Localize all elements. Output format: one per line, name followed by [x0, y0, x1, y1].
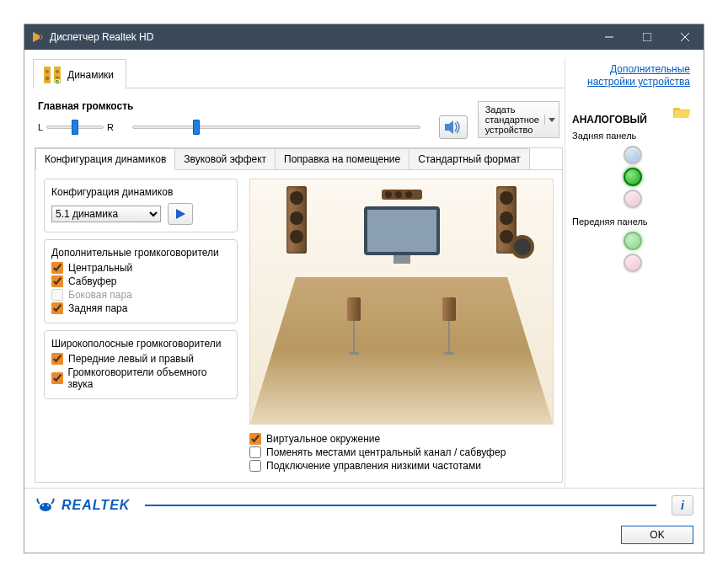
ok-button[interactable]: OK	[621, 526, 693, 544]
svg-marker-12	[445, 120, 453, 134]
settings-tab-2[interactable]: Поправка на помещение	[275, 148, 410, 169]
tab-speakers-label: Динамики	[67, 69, 114, 81]
room-option-checkbox-1[interactable]	[249, 446, 261, 458]
additional-label-1: Сабвуфер	[68, 275, 117, 287]
tab-speakers[interactable]: Динамики	[33, 59, 126, 88]
settings-tabs: Конфигурация динамиковЗвуковой эффектПоп…	[35, 148, 562, 169]
rear-right-speaker-icon	[442, 297, 456, 321]
balance-slider[interactable]: L R	[38, 122, 114, 132]
fullrange-speakers-label: Широкополосные громкоговорители	[51, 338, 230, 350]
monitor-icon	[364, 206, 440, 264]
minimize-button[interactable]	[590, 24, 628, 50]
settings-tab-1[interactable]: Звуковой эффект	[174, 148, 276, 169]
fullrange-speakers-box: Широкополосные громкоговорители Передние…	[44, 330, 238, 399]
fullrange-checkbox-1[interactable]	[51, 372, 63, 384]
volume-slider[interactable]	[127, 126, 426, 129]
fullrange-row-0[interactable]: Передние левый и правый	[51, 353, 230, 365]
svg-point-8	[56, 70, 59, 73]
additional-checkbox-1[interactable]	[51, 275, 63, 287]
room-option-checkbox-0[interactable]	[249, 433, 261, 445]
chevron-down-icon	[544, 115, 555, 125]
jack-rear-green[interactable]	[624, 168, 642, 186]
speaker-config-box: Конфигурация динамиков 5.1 динамика	[44, 179, 238, 232]
device-tabs: Динамики	[33, 58, 565, 88]
window-title: Диспетчер Realtek HD	[50, 31, 153, 43]
fullrange-label-1: Громкоговорители объемного звука	[68, 366, 230, 390]
additional-row-1[interactable]: Сабвуфер	[51, 275, 230, 287]
jack-rear-pink[interactable]	[624, 190, 642, 208]
room-option-row-2[interactable]: Подключение управления низкими частотами	[249, 460, 554, 472]
balance-left-letter: L	[38, 122, 43, 132]
master-volume-label: Главная громкость	[38, 100, 468, 112]
jack-front-pink[interactable]	[624, 254, 642, 272]
front-panel-label: Передняя панель	[572, 216, 693, 227]
speaker-config-label: Конфигурация динамиков	[51, 186, 230, 198]
speaker-room-visualization[interactable]	[249, 179, 554, 425]
fullrange-checkbox-0[interactable]	[51, 353, 63, 365]
app-window: Диспетчер Realtek HD Динамики Главная гр…	[24, 24, 704, 553]
crab-icon	[35, 497, 56, 514]
settings-tab-0[interactable]: Конфигурация динамиков	[35, 148, 175, 170]
maximize-button[interactable]	[628, 24, 666, 50]
svg-marker-14	[176, 209, 185, 219]
subwoofer-icon	[511, 235, 534, 259]
speaker-config-dropdown[interactable]: 5.1 динамика	[51, 206, 161, 222]
room-options: Виртуальное окружениеПоменять местами це…	[249, 425, 554, 473]
room-option-checkbox-2[interactable]	[249, 460, 261, 472]
mute-button[interactable]	[439, 115, 468, 139]
footer: REALTEK i	[24, 488, 704, 522]
additional-label-3: Задняя пара	[68, 302, 127, 314]
additional-checkbox-0[interactable]	[51, 262, 63, 274]
additional-row-3[interactable]: Задняя пара	[51, 302, 230, 314]
info-button[interactable]: i	[672, 495, 693, 516]
play-icon	[174, 208, 186, 220]
master-volume-row: Главная громкость L R	[33, 88, 565, 147]
titlebar: Диспетчер Realtek HD	[24, 24, 704, 50]
fullrange-row-1[interactable]: Громкоговорители объемного звука	[51, 366, 230, 390]
svg-marker-13	[549, 118, 555, 122]
speakers-icon	[42, 65, 62, 85]
svg-point-9	[46, 77, 50, 81]
set-default-label: Задать стандартное устройство	[485, 104, 539, 135]
set-default-device-button[interactable]: Задать стандартное устройство	[478, 101, 559, 138]
room-option-label-2: Подключение управления низкими частотами	[266, 460, 481, 472]
room-option-row-1[interactable]: Поменять местами центральный канал / саб…	[249, 446, 554, 458]
room-option-row-0[interactable]: Виртуальное окружение	[249, 433, 554, 445]
svg-point-19	[47, 505, 49, 506]
brand-text: REALTEK	[62, 498, 130, 513]
jack-rear-blue[interactable]	[624, 146, 642, 164]
svg-marker-0	[33, 32, 40, 42]
svg-rect-5	[44, 67, 51, 83]
speaker-volume-icon	[444, 120, 463, 135]
jack-front-green[interactable]	[624, 232, 642, 250]
rear-panel-label: Задняя панель	[572, 131, 693, 141]
play-test-button[interactable]	[168, 203, 193, 225]
footer-divider	[145, 505, 656, 506]
connector-panel: Дополнительные настройки устройства АНАЛ…	[565, 58, 695, 488]
realtek-logo: REALTEK	[35, 497, 130, 514]
additional-label-0: Центральный	[68, 262, 132, 274]
settings-pane: Конфигурация динамиковЗвуковой эффектПоп…	[35, 147, 563, 483]
additional-checkbox-2	[51, 289, 63, 301]
fullrange-label-0: Передние левый и правый	[68, 353, 194, 365]
app-icon	[31, 30, 45, 44]
room-option-label-0: Виртуальное окружение	[266, 433, 380, 445]
front-left-speaker-icon	[286, 186, 307, 254]
rear-left-speaker-icon	[347, 297, 361, 321]
svg-point-17	[40, 503, 51, 511]
advanced-settings-link[interactable]: Дополнительные настройки устройства	[572, 63, 690, 88]
svg-point-18	[42, 505, 44, 506]
balance-right-letter: R	[107, 122, 114, 132]
additional-row-0[interactable]: Центральный	[51, 262, 230, 274]
additional-row-2: Боковая пара	[51, 289, 230, 301]
svg-point-7	[46, 70, 49, 73]
room-option-label-1: Поменять местами центральный канал / саб…	[266, 446, 506, 458]
settings-tab-3[interactable]: Стандартный формат	[409, 148, 530, 169]
close-button[interactable]	[666, 24, 704, 50]
additional-speakers-label: Дополнительные громкоговорители	[51, 247, 230, 259]
svg-marker-16	[673, 110, 690, 118]
folder-icon[interactable]	[673, 105, 690, 119]
additional-speakers-box: Дополнительные громкоговорители Централь…	[44, 239, 238, 323]
additional-checkbox-3[interactable]	[51, 302, 63, 314]
center-speaker-icon	[382, 190, 422, 200]
